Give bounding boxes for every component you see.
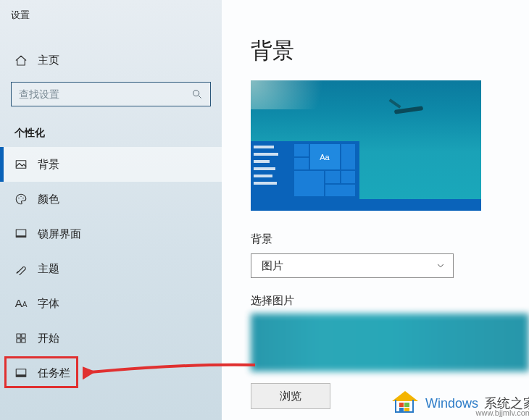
sidebar-item-start[interactable]: 开始	[0, 321, 222, 356]
sidebar-item-colors[interactable]: 颜色	[0, 182, 222, 217]
dropdown-value: 图片	[262, 259, 283, 273]
svg-rect-7	[17, 334, 20, 337]
home-nav[interactable]: 主页	[0, 46, 222, 75]
background-type-dropdown[interactable]: 图片	[251, 253, 454, 278]
palette-icon	[14, 193, 28, 206]
sidebar-item-label: 颜色	[38, 193, 59, 206]
sidebar-item-label: 主题	[38, 262, 59, 276]
sidebar-item-lockscreen[interactable]: 锁屏界面	[0, 217, 222, 251]
theme-icon	[14, 262, 28, 275]
preview-aa-tile: Aa	[310, 144, 340, 169]
svg-rect-12	[16, 374, 26, 377]
sidebar-item-background[interactable]: 背景	[0, 147, 222, 182]
sidebar-item-label: 任务栏	[38, 366, 70, 380]
svg-rect-6	[16, 235, 26, 237]
sidebar-item-label: 背景	[38, 158, 59, 172]
sidebar-item-fonts[interactable]: AA 字体	[0, 286, 222, 321]
home-icon	[14, 54, 28, 67]
section-label: 个性化	[14, 127, 222, 140]
sidebar-item-taskbar[interactable]: 任务栏	[0, 356, 222, 390]
search-input[interactable]	[19, 88, 191, 100]
browse-button-label: 浏览	[280, 390, 301, 403]
sidebar-item-label: 字体	[38, 297, 59, 311]
background-preview: Aa	[251, 80, 481, 211]
page-title: 背景	[251, 36, 529, 66]
svg-point-4	[22, 198, 24, 199]
main-pane: 背景 Aa 背景 图片 选择图片 浏览	[222, 0, 529, 420]
preview-swimmer	[387, 102, 430, 119]
choose-picture-label: 选择图片	[251, 294, 529, 308]
sidebar-item-label: 开始	[38, 332, 59, 345]
preview-taskbar: Aa	[251, 141, 481, 211]
svg-point-3	[20, 196, 22, 198]
svg-rect-9	[17, 339, 20, 343]
settings-sidebar: 设置 主页 个性化 背景 颜色 锁屏界面	[0, 0, 222, 420]
search-input-wrap[interactable]	[11, 82, 211, 106]
lockscreen-icon	[14, 227, 28, 240]
watermark-brand1: Windows	[425, 396, 478, 411]
browse-button[interactable]: 浏览	[251, 383, 330, 409]
taskbar-icon	[14, 366, 28, 379]
svg-rect-8	[22, 334, 25, 337]
svg-point-0	[193, 91, 199, 96]
watermark-url: www.bjjmlv.com	[476, 408, 529, 417]
background-label: 背景	[251, 232, 529, 246]
home-label: 主页	[38, 54, 59, 67]
sidebar-item-themes[interactable]: 主题	[0, 251, 222, 286]
font-icon: AA	[14, 297, 28, 310]
svg-rect-10	[22, 339, 25, 343]
sidebar-item-label: 锁屏界面	[38, 227, 81, 241]
picture-thumbnails[interactable]	[251, 314, 529, 371]
search-icon	[191, 88, 203, 100]
picture-icon	[14, 158, 28, 171]
svg-point-2	[18, 198, 20, 199]
chevron-down-icon	[436, 261, 446, 271]
window-title: 设置	[0, 7, 222, 22]
watermark: Windows 系统之家 www.bjjmlv.com	[392, 391, 529, 416]
start-icon	[14, 332, 28, 345]
watermark-logo-icon	[392, 391, 420, 416]
